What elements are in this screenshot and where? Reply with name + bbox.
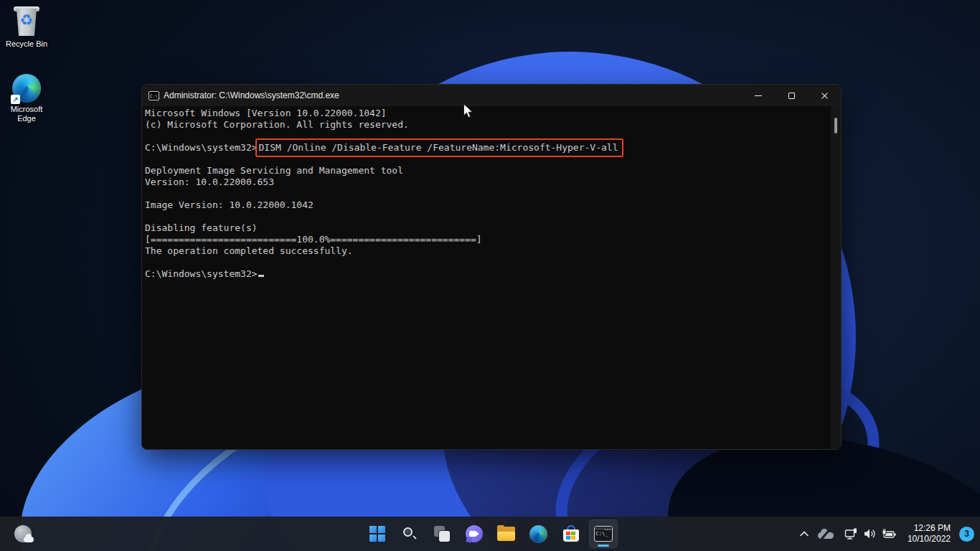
cmd-window: C:\_ Administrator: C:\Windows\system32\… xyxy=(141,84,842,450)
start-button[interactable] xyxy=(363,519,392,548)
console-line-blank xyxy=(145,188,831,199)
console-scrollbar[interactable] xyxy=(831,106,841,449)
console-line: Microsoft Windows [Version 10.0.22000.10… xyxy=(145,108,831,119)
minimize-icon xyxy=(755,95,762,96)
edge-logo-icon xyxy=(529,525,547,543)
active-app-indicator xyxy=(598,545,609,547)
console-line: Version: 10.0.22000.653 xyxy=(145,176,831,188)
chat-button[interactable] xyxy=(460,519,489,548)
close-icon xyxy=(821,92,829,100)
clock-button[interactable]: 12:26 PM 10/10/2022 xyxy=(903,523,955,545)
store-bag-icon xyxy=(563,525,579,542)
mouse-cursor xyxy=(463,103,474,119)
maximize-button[interactable] xyxy=(775,85,808,106)
notification-badge[interactable]: 3 xyxy=(959,527,974,542)
minimize-button[interactable] xyxy=(742,85,775,106)
system-tray: 12:26 PM 10/10/2022 3 xyxy=(796,517,980,551)
tray-date: 10/10/2022 xyxy=(908,534,951,545)
file-explorer-button[interactable] xyxy=(492,519,521,548)
command-prompt-icon: •••C:\_ xyxy=(594,526,613,542)
console-progress-bar: [==========================100.0%=======… xyxy=(145,234,831,245)
command-highlight-box: DISM /Online /Disable-Feature /FeatureNa… xyxy=(255,138,624,157)
console-line: Image Version: 10.0.22000.1042 xyxy=(145,199,831,211)
windows-logo-icon xyxy=(369,526,385,542)
console-prompt: C:\Windows\system32> xyxy=(145,142,258,153)
network-icon xyxy=(844,528,858,540)
hidden-icons-button[interactable] xyxy=(796,521,813,547)
console-command-line: C:\Windows\system32>DISM /Online /Disabl… xyxy=(145,142,831,154)
console-line-blank xyxy=(145,257,831,268)
desktop-icon-recycle-bin[interactable]: ♻ Recycle Bin xyxy=(0,6,53,49)
window-titlebar[interactable]: C:\_ Administrator: C:\Windows\system32\… xyxy=(142,85,841,106)
scrollbar-thumb[interactable] xyxy=(834,118,837,133)
search-button[interactable] xyxy=(395,519,424,548)
folder-icon xyxy=(497,527,515,541)
console-line: The operation completed successfully. xyxy=(145,245,831,257)
recycle-bin-label: Recycle Bin xyxy=(0,39,53,49)
console-active-prompt: C:\Windows\system32> xyxy=(145,268,831,280)
volume-icon xyxy=(864,528,876,540)
console-line: Disabling feature(s) xyxy=(145,222,831,234)
edge-button[interactable] xyxy=(524,519,553,548)
cloud-off-icon xyxy=(818,529,834,540)
maximize-icon xyxy=(788,93,795,99)
console-output: Microsoft Windows [Version 10.0.22000.10… xyxy=(142,106,831,449)
cmd-window-icon: C:\_ xyxy=(149,91,159,100)
microsoft-store-button[interactable] xyxy=(557,519,585,548)
chevron-up-icon xyxy=(799,530,809,537)
network-volume-battery-button[interactable] xyxy=(839,521,902,547)
text-cursor xyxy=(258,275,264,277)
console-line-blank xyxy=(145,211,831,222)
shortcut-arrow-icon: ↗ xyxy=(11,95,20,104)
console-line: (c) Microsoft Corporation. All rights re… xyxy=(145,119,831,131)
tray-time: 12:26 PM xyxy=(908,523,951,534)
console-prompt: C:\Windows\system32> xyxy=(145,268,258,279)
command-prompt-button[interactable]: •••C:\_ xyxy=(589,519,618,548)
search-icon xyxy=(402,527,417,541)
close-button[interactable] xyxy=(808,85,841,106)
onedrive-button[interactable] xyxy=(814,521,837,547)
chat-camera-icon xyxy=(466,525,483,542)
widgets-weather-button[interactable] xyxy=(6,521,40,547)
console-line: Deployment Image Servicing and Managemen… xyxy=(145,165,831,176)
battery-charging-icon xyxy=(882,529,896,540)
edge-label: Microsoft Edge xyxy=(4,105,50,123)
desktop-icon-microsoft-edge[interactable]: ↗ Microsoft Edge xyxy=(0,74,53,123)
recycle-bin-icon: ♻ xyxy=(12,6,41,37)
task-view-icon xyxy=(434,526,450,542)
task-view-button[interactable] xyxy=(428,519,456,548)
window-title: Administrator: C:\Windows\system32\cmd.e… xyxy=(164,90,742,100)
taskbar-center-icons: •••C:\_ xyxy=(363,519,618,548)
weather-cloudy-icon xyxy=(14,525,32,542)
taskbar: •••C:\_ xyxy=(0,517,980,551)
